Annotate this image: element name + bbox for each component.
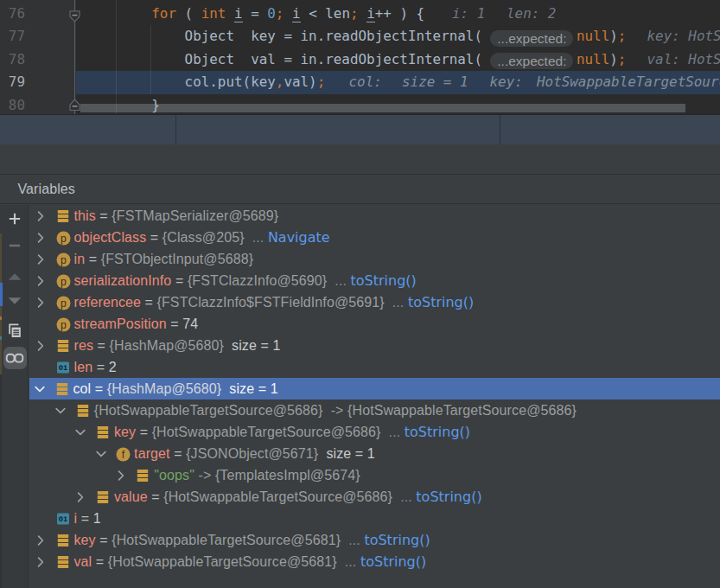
chevron-right-icon[interactable] [34, 252, 48, 266]
row-text: = [92, 554, 108, 569]
watches-toggle-button[interactable] [3, 347, 28, 369]
move-up-button[interactable] [0, 270, 29, 284]
line-number-79[interactable]: 79 [0, 71, 25, 94]
chevron-right-icon[interactable] [114, 469, 128, 483]
chevron-right-icon[interactable] [34, 296, 48, 310]
value-link[interactable]: toString() [360, 553, 426, 570]
line-number-77[interactable]: 77 [0, 25, 25, 48]
value-link[interactable]: toString() [351, 272, 417, 289]
field-icon: f [116, 447, 131, 462]
parameter-hint-pill[interactable]: ...expected: [490, 30, 573, 47]
row-text: res [74, 338, 94, 353]
duplicate-icon[interactable] [0, 323, 29, 339]
tree-row[interactable]: pobjectClass = {Class@205} ... Navigate [29, 227, 720, 248]
code-token: null [577, 28, 609, 44]
row-text: ... [245, 230, 268, 245]
tree-row[interactable]: preferencee = {FSTClazzInfo$FSTFieldInfo… [29, 291, 720, 313]
tree-row[interactable]: "oops" -> {TemplatesImpl@5674} [29, 464, 720, 486]
code-token: for [151, 5, 176, 22]
chevron-right-icon[interactable] [34, 339, 48, 353]
chevron-right-icon[interactable] [34, 274, 48, 288]
value-icon [56, 534, 70, 547]
row-text: ... [341, 533, 364, 547]
tree-row[interactable]: key = {HotSwappableTargetSource@5686} ..… [29, 421, 720, 443]
tree-row[interactable]: pstreamPosition = 74 [29, 313, 720, 335]
row-text: objectClass [74, 230, 147, 245]
add-watch-button[interactable] [0, 212, 29, 226]
tree-row[interactable]: value = {HotSwappableTargetSource@5686} … [29, 486, 720, 508]
chevron-down-icon[interactable] [54, 404, 67, 418]
row-text: serializationInfo [74, 273, 172, 288]
row-text: = [170, 446, 187, 461]
tree-row[interactable]: res = {HashMap@5680} size = 1 [29, 335, 720, 356]
line-number-76[interactable]: 76 [0, 3, 25, 26]
code-token [226, 5, 234, 22]
tree-row[interactable]: key = {HotSwappableTargetSource@5681} ..… [29, 529, 720, 551]
value-link[interactable]: toString() [364, 532, 430, 548]
variables-panel-header: Variables [0, 175, 720, 203]
row-text: {HotSwappableTargetSource@5686} -> {HotS… [94, 403, 577, 418]
edge-sliver-dark [0, 374, 2, 588]
tree-row[interactable]: {HotSwappableTargetSource@5686} -> {HotS… [29, 399, 720, 421]
chevron-right-icon[interactable] [34, 209, 48, 223]
code-line-80[interactable]: } [0, 94, 720, 115]
tree-row[interactable]: val = {HotSwappableTargetSource@5681} ..… [29, 551, 720, 572]
row-text: {JSONObject@5671} [186, 446, 318, 461]
chevron-right-icon[interactable] [73, 490, 87, 504]
chevron-down-icon[interactable] [73, 425, 87, 439]
row-text [221, 381, 229, 396]
tree-row[interactable]: pin = {FSTObjectInput@5688} [29, 248, 720, 270]
chevron-right-icon[interactable] [34, 555, 48, 569]
line-number-78[interactable]: 78 [0, 48, 25, 72]
value-link[interactable]: toString() [416, 489, 481, 505]
code-token: i [234, 5, 243, 22]
row-text: = [136, 425, 152, 439]
code-line-79[interactable]: col.put(key,val);col:size = 1key:HotSwap… [0, 71, 720, 94]
row-text: = [92, 360, 109, 374]
code-token: null [577, 51, 609, 67]
chevron-down-icon[interactable] [94, 447, 108, 461]
chevron-down-icon[interactable] [33, 382, 47, 396]
row-text: = [167, 316, 183, 331]
code-line-78[interactable]: Object val = in.readObjectInternal(...ex… [0, 48, 720, 72]
value-link[interactable]: Navigate [268, 229, 330, 246]
bars-icon [56, 339, 70, 353]
remove-watch-button[interactable] [0, 239, 29, 252]
code-token: HotSwappableTargetSource@5681 [537, 74, 720, 90]
code-token: ; [618, 51, 627, 67]
tree-row[interactable]: col = {HashMap@5680} size = 1 [29, 378, 720, 399]
code-token: 0 [267, 5, 276, 22]
bars-icon [136, 469, 150, 483]
row-text: value [114, 489, 148, 504]
code-line-77[interactable]: Object key = in.readObjectInternal(...ex… [0, 25, 720, 48]
move-down-button[interactable] [0, 294, 29, 308]
tree-row[interactable]: 01i = 1 [29, 508, 720, 529]
code-token: ) [609, 28, 618, 44]
pane-separator[interactable] [500, 115, 500, 144]
line-number-80[interactable]: 80 [0, 94, 25, 115]
pane-separator[interactable] [175, 115, 176, 144]
value-icon [96, 490, 110, 504]
tree-row[interactable]: ftarget = {JSONObject@5671} size = 1 [29, 443, 720, 464]
row-text: {FSTClazzInfo$FSTFieldInfo@5691} [157, 295, 385, 310]
value-icon [76, 404, 90, 418]
row-text: ... [385, 295, 408, 310]
tree-row[interactable]: 01len = 2 [29, 356, 720, 378]
value-link[interactable]: toString() [405, 424, 470, 440]
code-token: ++ ) { [375, 5, 424, 22]
svg-text:p: p [61, 318, 67, 330]
code-line-76[interactable]: for ( int i = 0; i < len; i++ ) {i: 1len… [0, 3, 720, 26]
value-icon [55, 382, 69, 396]
value-link[interactable]: toString() [408, 294, 474, 310]
row-text: 74 [182, 316, 198, 331]
row-text: {HotSwappableTargetSource@5686} [152, 425, 381, 439]
chevron-right-icon[interactable] [34, 231, 48, 245]
code-editor[interactable]: for ( int i = 0; i < len; i++ ) {i: 1len… [0, 0, 720, 115]
chevron-right-icon[interactable] [34, 534, 48, 547]
bars-icon [76, 404, 90, 418]
row-text: {HotSwappableTargetSource@5686} [163, 489, 392, 504]
parameter-hint-pill[interactable]: ...expected: [490, 53, 573, 69]
tree-row[interactable]: pserializationInfo = {FSTClazzInfo@5690}… [29, 270, 720, 291]
tree-row[interactable]: this = {FSTMapSerializer@5689} [29, 205, 720, 227]
variables-tree[interactable]: this = {FSTMapSerializer@5689} pobjectCl… [29, 205, 720, 588]
